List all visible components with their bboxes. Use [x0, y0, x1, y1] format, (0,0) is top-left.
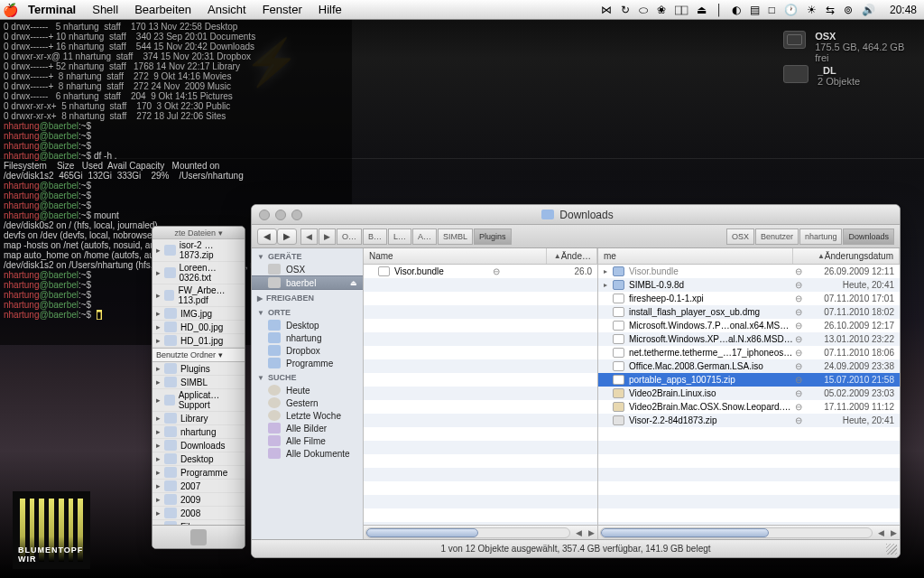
menu-window[interactable]: Fenster — [254, 3, 310, 16]
app-menu[interactable]: Terminal — [20, 3, 84, 16]
status-icon-eject[interactable]: ⏏ — [697, 4, 707, 16]
status-icon-clock[interactable]: 🕐 — [784, 4, 798, 16]
recent-folder-item[interactable]: ▸Plugins — [152, 362, 245, 376]
scrollbar-thumb[interactable] — [601, 528, 769, 537]
status-icon-wifi[interactable]: ⊚ — [844, 4, 853, 16]
file-row[interactable]: ▸SIMBL-0.9.8d⊖Heute, 20:41 — [598, 278, 900, 292]
file-row[interactable]: Visor-2.2-84d1873.zip⊖Heute, 20:41 — [598, 414, 900, 427]
file-row[interactable]: portable_apps_100715.zip⊖15.07.2010 21:5… — [598, 373, 900, 387]
apple-menu[interactable]: 🍎 — [0, 3, 20, 17]
sidebar-smart-item[interactable]: Alle Filme — [252, 434, 363, 447]
sidebar-smart-item[interactable]: Heute — [252, 384, 363, 396]
scroll-right-button[interactable]: ▶ — [887, 528, 900, 537]
horizontal-scrollbar[interactable]: ◀ ▶ — [598, 525, 900, 539]
close-button[interactable] — [259, 210, 270, 220]
sidebar-heading-places[interactable]: ▼ORTE — [252, 304, 363, 319]
sidebar-heading-devices[interactable]: ▼GERÄTE — [252, 248, 363, 263]
recent-folder-item[interactable]: ▸Applicat… Support — [152, 389, 245, 412]
status-icon-elephant[interactable]: ❀ — [657, 4, 666, 16]
panel-header[interactable]: zte Dateien ▾ — [152, 227, 245, 239]
status-icon-bowtie[interactable]: ⋈ — [601, 4, 612, 16]
scroll-left-button[interactable]: ◀ — [572, 528, 585, 537]
column-name[interactable]: Name — [364, 248, 547, 264]
menu-view[interactable]: Ansicht — [199, 3, 254, 16]
file-row[interactable]: Video2Brain.Linux.iso⊖05.02.2009 23:03 — [598, 387, 900, 400]
path-crumb[interactable]: B… — [363, 228, 387, 245]
recent-file-item[interactable]: ▸HD_00.jpg — [152, 321, 245, 334]
recent-file-item[interactable]: ▸IMG.jpg — [152, 307, 245, 321]
recent-folder-item[interactable]: ▸SIMBL — [152, 376, 245, 389]
sidebar-item[interactable]: Dropbox — [252, 344, 363, 357]
recent-file-item[interactable]: ▸HD_01.jpg — [152, 334, 245, 348]
file-row[interactable]: Microsoft.Windows.7.P…onal.x64.MSDN.LSA.… — [598, 319, 900, 332]
status-icon-switch[interactable]: ⇆ — [826, 4, 835, 16]
path-crumb[interactable]: ◀ — [300, 228, 318, 245]
forward-button[interactable]: ▶ — [277, 228, 297, 245]
recent-folder-item[interactable]: ▸2008 — [152, 507, 245, 520]
resize-grip[interactable] — [886, 544, 897, 555]
desktop-drive-osx[interactable]: OSX 175.5 GB, 464.2 GB frei — [783, 31, 910, 63]
path-crumb[interactable]: Plugins — [474, 228, 512, 245]
recent-folder-item[interactable]: ▸nhartung — [152, 425, 245, 439]
column-date[interactable]: ▲Änderungsdatum — [793, 248, 900, 264]
sidebar-item[interactable]: nhartung — [252, 331, 363, 344]
column-name[interactable]: me — [598, 248, 793, 264]
sidebar-heading-search[interactable]: ▼SUCHE — [252, 369, 363, 384]
path-crumb[interactable]: ▶ — [319, 228, 336, 245]
path-crumb[interactable]: Downloads — [843, 228, 894, 245]
file-row[interactable]: Visor.bundle⊖26.0 — [364, 265, 597, 278]
menubar-clock[interactable]: 20:48 — [890, 4, 917, 16]
path-crumb[interactable]: O… — [337, 228, 362, 245]
sidebar-item[interactable]: Programme — [252, 357, 363, 369]
file-row[interactable]: net.tetherme.tetherme_…17_iphoneos-arm.d… — [598, 346, 900, 359]
scroll-left-button[interactable]: ◀ — [874, 528, 887, 537]
sidebar-item-osx[interactable]: OSX — [252, 263, 363, 275]
path-crumb[interactable]: Benutzer — [755, 228, 799, 245]
sidebar-item-baerbel[interactable]: baerbel⏏ — [252, 275, 363, 290]
status-icon-droplet[interactable]: ⬭ — [639, 4, 648, 16]
file-row[interactable]: install_flash_player_osx_ub.dmg⊖07.11.20… — [598, 305, 900, 319]
file-row[interactable]: Office.Mac.2008.German.LSA.iso⊖24.09.200… — [598, 359, 900, 373]
recent-folder-item[interactable]: ▸Desktop — [152, 452, 245, 466]
recent-file-item[interactable]: ▸FW_Arbe…113.pdf — [152, 284, 245, 307]
status-icon-moon[interactable]: ◐ — [732, 4, 741, 16]
menu-edit[interactable]: Bearbeiten — [126, 3, 199, 16]
status-icon-battery[interactable]: □ — [769, 4, 775, 16]
path-crumb[interactable]: nhartung — [799, 228, 843, 245]
recent-folder-item[interactable]: ▸2007 — [152, 480, 245, 493]
status-icon-volume[interactable]: 🔊 — [862, 4, 875, 16]
recent-folder-item[interactable]: ▸Programme — [152, 466, 245, 480]
sidebar-smart-item[interactable]: Gestern — [252, 396, 363, 409]
file-row[interactable]: ▸Visor.bundle⊖26.09.2009 12:11 — [598, 265, 900, 278]
zoom-button[interactable] — [291, 210, 302, 220]
finder-window[interactable]: Downloads ◀ ▶ ◀▶O…B…L…A…SIMBLPlugins OSX… — [251, 204, 901, 558]
minimize-button[interactable] — [275, 210, 286, 220]
scroll-right-button[interactable]: ▶ — [585, 528, 597, 537]
status-icon-sync[interactable]: ↻ — [621, 4, 630, 16]
sidebar-smart-item[interactable]: Alle Bilder — [252, 422, 363, 434]
menu-help[interactable]: Hilfe — [310, 3, 350, 16]
scrollbar-thumb[interactable] — [366, 528, 478, 537]
sidebar-item[interactable]: Desktop — [252, 319, 363, 331]
window-titlebar[interactable]: Downloads — [252, 205, 900, 225]
path-crumb[interactable]: SIMBL — [438, 228, 473, 245]
back-button[interactable]: ◀ — [257, 228, 277, 245]
trash-icon[interactable] — [190, 529, 207, 545]
eject-icon[interactable]: ⏏ — [350, 279, 357, 287]
recent-folder-item[interactable]: ▸Library — [152, 412, 245, 425]
status-icon-sun[interactable]: ☀ — [807, 4, 817, 16]
panel-dropdown[interactable]: Benutzte Ordner ▾ — [152, 348, 245, 362]
recent-items-panel[interactable]: zte Dateien ▾ ▸isor-2 …1873.zip▸Loreen…0… — [152, 226, 245, 549]
desktop-drive-dl[interactable]: _DL 2 Objekte — [783, 65, 910, 87]
recent-file-item[interactable]: ▸isor-2 …1873.zip — [152, 239, 245, 262]
path-crumb[interactable]: L… — [388, 228, 411, 245]
horizontal-scrollbar[interactable]: ◀ ▶ — [364, 525, 597, 539]
path-crumb[interactable]: A… — [412, 228, 437, 245]
recent-file-item[interactable]: ▸Loreen…0326.txt — [152, 262, 245, 284]
sidebar-smart-item[interactable]: Alle Dokumente — [252, 447, 363, 460]
file-row[interactable]: Microsoft.Windows.XP…al.N.x86.MSDN.LSA.I… — [598, 332, 900, 346]
column-date[interactable]: ▲Ände… — [547, 248, 597, 264]
file-row[interactable]: firesheep-0.1-1.xpi⊖07.11.2010 17:01 — [598, 292, 900, 305]
status-icon-bracket[interactable]: ⎕⎕ — [675, 4, 688, 16]
sidebar-heading-shared[interactable]: ▶FREIGABEN — [252, 290, 363, 304]
